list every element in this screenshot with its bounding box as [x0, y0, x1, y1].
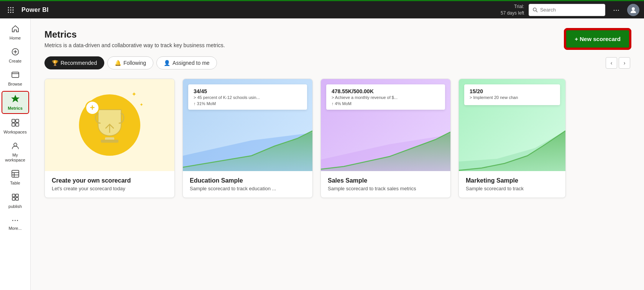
- sidebar-item-table-label: Table: [10, 181, 20, 186]
- sparkle-2: ✦: [140, 102, 143, 107]
- svg-line-10: [536, 10, 537, 12]
- create-icon: [11, 48, 20, 57]
- sidebar-item-more[interactable]: ··· More...: [2, 213, 29, 233]
- education-sample-card[interactable]: 34/45 > 45 percent of K-12 schools usin.…: [182, 79, 313, 198]
- main-header: Metrics Metrics is a data-driven and col…: [44, 29, 630, 49]
- svg-point-21: [14, 143, 17, 146]
- svg-rect-19: [12, 123, 15, 126]
- education-card-name: Education Sample: [190, 177, 306, 184]
- marketing-card-desc: Sample scorecard to track: [466, 186, 559, 191]
- svg-point-11: [632, 7, 635, 10]
- search-box[interactable]: [529, 4, 605, 16]
- workspaces-icon: [11, 119, 20, 128]
- more-icon: ···: [12, 216, 18, 224]
- create-card-body: Create your own scorecard Let's create y…: [45, 171, 174, 198]
- tab-following[interactable]: 🔔 Following: [107, 56, 153, 69]
- page-title: Metrics: [44, 29, 225, 40]
- svg-rect-31: [101, 140, 118, 143]
- marketing-card-body: Marketing Sample Sample scorecard to tra…: [459, 171, 565, 198]
- svg-rect-22: [12, 170, 19, 177]
- sidebar-item-home[interactable]: Home: [2, 21, 29, 43]
- nav-prev-button[interactable]: ‹: [606, 57, 617, 69]
- user-avatar[interactable]: [627, 4, 639, 16]
- marketing-sample-card[interactable]: 15/20 > Implement 20 new chan: [458, 79, 566, 198]
- sales-card-name: Sales Sample: [328, 177, 444, 184]
- top-navbar: Power BI Trial: 57 days left ···: [0, 0, 644, 18]
- sidebar-item-my-workspace-label: My workspace: [3, 153, 28, 163]
- sidebar-item-workspaces[interactable]: Workspaces: [2, 115, 29, 137]
- sparkle-1: ✦: [131, 91, 136, 98]
- tab-recommended[interactable]: 🏆 Recommended: [44, 56, 104, 69]
- scorecards-row: + ✦ ✦ Create your own scorecard Let's cr…: [44, 79, 630, 198]
- education-metric-mom: ↑ 31% MoM: [194, 101, 302, 106]
- tab-recommended-label: Recommended: [61, 60, 97, 66]
- following-icon: 🔔: [115, 60, 121, 66]
- nav-next-button[interactable]: ›: [619, 57, 630, 69]
- new-scorecard-button[interactable]: + New scorecard: [565, 29, 630, 49]
- svg-point-5: [13, 9, 14, 10]
- filter-tabs: 🏆 Recommended 🔔 Following 👤 Assigned to …: [44, 56, 630, 69]
- marketing-card-name: Marketing Sample: [466, 177, 559, 184]
- sales-metric-mom: ↑ 4% MoM: [332, 101, 440, 106]
- marketing-metric-value: 15/20: [470, 88, 555, 94]
- sidebar-item-browse-label: Browse: [8, 82, 22, 87]
- filter-nav: ‹ ›: [606, 57, 630, 69]
- create-card-desc: Let's create your scorecard today: [52, 186, 168, 191]
- sidebar-item-workspaces-label: Workspaces: [3, 130, 26, 135]
- education-metric-value: 34/45: [194, 88, 302, 94]
- sidebar-item-browse[interactable]: Browse: [2, 68, 29, 89]
- home-icon: [11, 25, 20, 34]
- svg-point-7: [10, 12, 12, 13]
- app-grid-icon[interactable]: [5, 4, 17, 16]
- metrics-icon: [11, 95, 20, 104]
- sidebar-item-publish[interactable]: publish: [2, 190, 29, 211]
- sales-metric-box: 478.55K/500.00K > Achieve a monthly reve…: [326, 84, 445, 110]
- marketing-chart: [459, 125, 565, 171]
- sidebar-item-create-label: Create: [9, 59, 21, 64]
- tab-assigned-label: Assigned to me: [172, 60, 210, 66]
- sidebar-item-create[interactable]: Create: [2, 44, 29, 66]
- sidebar-item-table[interactable]: Table: [2, 166, 29, 188]
- svg-point-2: [13, 7, 14, 8]
- svg-point-0: [8, 7, 9, 8]
- sidebar-item-metrics[interactable]: Metrics: [2, 91, 29, 114]
- sales-card-image: 478.55K/500.00K > Achieve a monthly reve…: [321, 79, 450, 171]
- search-icon: [533, 7, 538, 13]
- sales-card-body: Sales Sample Sample scorecard to track s…: [321, 171, 450, 198]
- svg-rect-28: [12, 198, 15, 200]
- trial-info: Trial: 57 days left: [501, 3, 524, 16]
- svg-rect-20: [16, 123, 19, 126]
- tab-following-label: Following: [123, 60, 146, 66]
- svg-point-6: [8, 12, 9, 13]
- publish-icon: [11, 193, 20, 203]
- svg-rect-29: [16, 198, 18, 200]
- tab-assigned[interactable]: 👤 Assigned to me: [156, 56, 217, 69]
- svg-rect-15: [12, 72, 19, 77]
- sidebar-item-my-workspace[interactable]: My workspace: [2, 138, 29, 165]
- education-card-image: 34/45 > 45 percent of K-12 schools usin.…: [183, 79, 312, 171]
- svg-point-8: [13, 12, 14, 13]
- page-header-text: Metrics Metrics is a data-driven and col…: [44, 29, 225, 48]
- topnav-more-button[interactable]: ···: [610, 5, 623, 14]
- main-layout: Home Create Browse Metrics Workspaces: [0, 18, 644, 290]
- main-content: Metrics Metrics is a data-driven and col…: [31, 18, 644, 290]
- sales-sample-card[interactable]: 478.55K/500.00K > Achieve a monthly reve…: [320, 79, 451, 198]
- browse-icon: [11, 71, 20, 80]
- page-subtitle: Metrics is a data-driven and collaborati…: [44, 42, 225, 48]
- svg-rect-26: [12, 194, 15, 197]
- create-scorecard-card[interactable]: + ✦ ✦ Create your own scorecard Let's cr…: [44, 79, 175, 198]
- education-card-body: Education Sample Sample scorecard to tra…: [183, 171, 312, 198]
- sidebar-item-metrics-label: Metrics: [8, 106, 23, 111]
- search-input[interactable]: [540, 7, 601, 13]
- svg-point-3: [8, 9, 9, 10]
- education-chart: [183, 125, 312, 171]
- sidebar-item-publish-label: publish: [8, 204, 22, 209]
- marketing-metric-desc: > Implement 20 new chan: [470, 95, 555, 100]
- my-workspace-icon: [11, 142, 20, 151]
- education-metric-box: 34/45 > 45 percent of K-12 schools usin.…: [188, 84, 307, 110]
- sales-chart: [321, 125, 450, 171]
- svg-point-4: [10, 9, 12, 10]
- table-icon: [11, 170, 20, 179]
- assigned-icon: 👤: [164, 60, 170, 66]
- marketing-card-image: 15/20 > Implement 20 new chan: [459, 79, 565, 171]
